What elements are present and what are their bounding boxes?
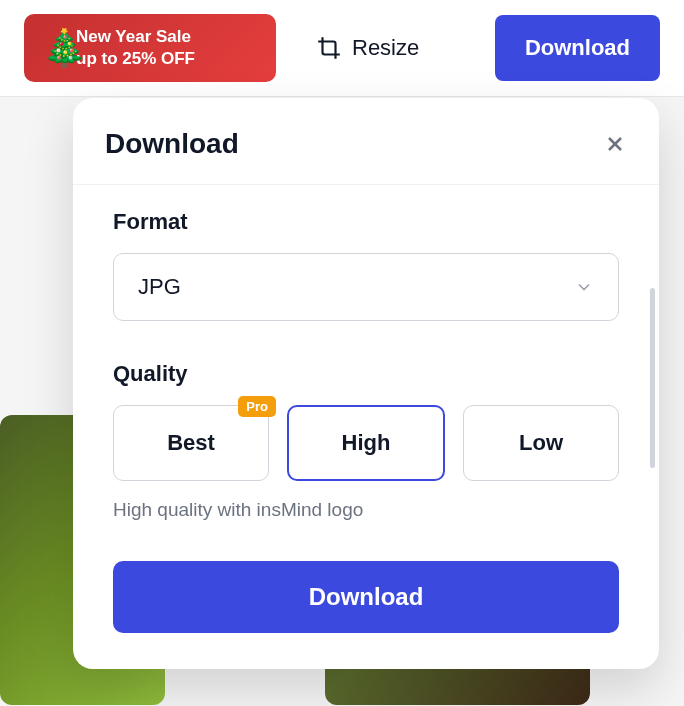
quality-option-high[interactable]: High (287, 405, 445, 481)
crop-icon (316, 35, 342, 61)
resize-button[interactable]: Resize (316, 35, 419, 61)
resize-label: Resize (352, 35, 419, 61)
format-selected-value: JPG (138, 274, 181, 300)
quality-options: Pro Best High Low (113, 405, 619, 481)
quality-high-label: High (342, 430, 391, 455)
scrollbar[interactable] (650, 288, 655, 468)
modal-header: Download (73, 98, 659, 185)
download-button-primary[interactable]: Download (113, 561, 619, 633)
tree-icon: 🎄 (42, 25, 87, 72)
promo-banner[interactable]: 🎄 New Year Sale up to 25% OFF (24, 14, 276, 82)
quality-option-best[interactable]: Pro Best (113, 405, 269, 481)
quality-label: Quality (113, 361, 619, 387)
promo-line1: New Year Sale (76, 26, 264, 48)
format-label: Format (113, 209, 619, 235)
quality-low-label: Low (519, 430, 563, 455)
format-select[interactable]: JPG (113, 253, 619, 321)
pro-badge: Pro (238, 396, 276, 417)
chevron-down-icon (574, 277, 594, 297)
quality-description: High quality with insMind logo (113, 499, 619, 521)
modal-title: Download (105, 128, 239, 160)
quality-option-low[interactable]: Low (463, 405, 619, 481)
top-bar: 🎄 New Year Sale up to 25% OFF Resize Dow… (0, 0, 684, 97)
promo-line2: up to 25% OFF (76, 48, 264, 70)
download-modal: Download Format JPG Quality Pro Best Hig… (73, 98, 659, 669)
download-button-header[interactable]: Download (495, 15, 660, 81)
quality-best-label: Best (167, 430, 215, 455)
close-icon (603, 132, 627, 156)
close-button[interactable] (603, 132, 627, 156)
modal-body: Format JPG Quality Pro Best High Low Hig… (73, 185, 659, 657)
